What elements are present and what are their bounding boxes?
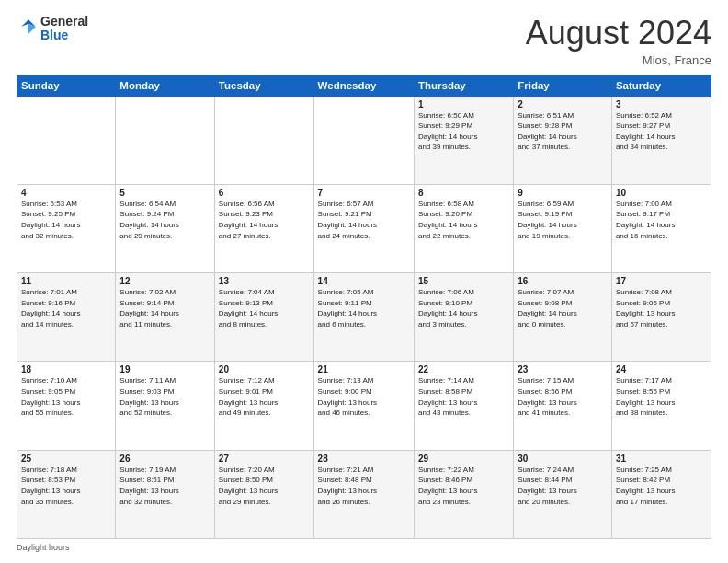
day-info: Sunrise: 6:54 AM Sunset: 9:24 PM Dayligh… <box>119 199 210 241</box>
day-cell: 2Sunrise: 6:51 AM Sunset: 9:28 PM Daylig… <box>514 96 612 184</box>
day-number: 16 <box>518 276 608 286</box>
day-cell: 5Sunrise: 6:54 AM Sunset: 9:24 PM Daylig… <box>116 184 215 272</box>
day-number: 5 <box>119 188 210 198</box>
day-info: Sunrise: 6:57 AM Sunset: 9:21 PM Dayligh… <box>318 199 410 241</box>
day-number: 17 <box>616 276 707 286</box>
day-info: Sunrise: 7:01 AM Sunset: 9:16 PM Dayligh… <box>21 287 111 329</box>
logo: General Blue <box>17 15 88 43</box>
day-info: Sunrise: 7:02 AM Sunset: 9:14 PM Dayligh… <box>119 287 210 329</box>
day-number: 1 <box>418 99 509 109</box>
header-thursday: Thursday <box>414 75 513 96</box>
day-number: 26 <box>119 454 210 464</box>
day-cell: 23Sunrise: 7:15 AM Sunset: 8:56 PM Dayli… <box>514 362 612 450</box>
logo-icon <box>18 17 39 37</box>
day-info: Sunrise: 7:00 AM Sunset: 9:17 PM Dayligh… <box>616 199 707 241</box>
day-number: 14 <box>318 276 410 286</box>
logo-blue: Blue <box>40 28 68 42</box>
day-number: 30 <box>518 454 608 464</box>
day-info: Sunrise: 7:18 AM Sunset: 8:53 PM Dayligh… <box>21 465 111 507</box>
day-info: Sunrise: 7:11 AM Sunset: 9:03 PM Dayligh… <box>119 375 210 418</box>
day-cell: 7Sunrise: 6:57 AM Sunset: 9:21 PM Daylig… <box>313 184 414 272</box>
day-cell: 16Sunrise: 7:07 AM Sunset: 9:08 PM Dayli… <box>514 273 612 362</box>
day-info: Sunrise: 7:17 AM Sunset: 8:55 PM Dayligh… <box>616 375 707 418</box>
day-number: 10 <box>616 188 707 198</box>
day-number: 11 <box>21 276 111 286</box>
day-number: 3 <box>616 99 707 109</box>
day-cell: 12Sunrise: 7:02 AM Sunset: 9:14 PM Dayli… <box>116 273 215 362</box>
day-info: Sunrise: 7:12 AM Sunset: 9:01 PM Dayligh… <box>219 375 310 418</box>
day-info: Sunrise: 7:07 AM Sunset: 9:08 PM Dayligh… <box>518 287 608 329</box>
header-wednesday: Wednesday <box>313 75 414 96</box>
day-cell: 26Sunrise: 7:19 AM Sunset: 8:51 PM Dayli… <box>116 450 215 538</box>
day-info: Sunrise: 7:21 AM Sunset: 8:48 PM Dayligh… <box>318 465 410 507</box>
calendar-body: 1Sunrise: 6:50 AM Sunset: 9:29 PM Daylig… <box>17 96 711 538</box>
day-cell <box>214 96 313 184</box>
day-info: Sunrise: 7:24 AM Sunset: 8:44 PM Dayligh… <box>518 465 608 507</box>
day-number: 22 <box>418 364 509 374</box>
day-cell: 10Sunrise: 7:00 AM Sunset: 9:17 PM Dayli… <box>611 184 711 272</box>
day-number: 2 <box>518 99 608 109</box>
day-info: Sunrise: 6:56 AM Sunset: 9:23 PM Dayligh… <box>219 199 310 241</box>
day-info: Sunrise: 7:13 AM Sunset: 9:00 PM Dayligh… <box>318 375 410 418</box>
day-info: Sunrise: 6:58 AM Sunset: 9:20 PM Dayligh… <box>418 199 509 241</box>
day-cell: 27Sunrise: 7:20 AM Sunset: 8:50 PM Dayli… <box>214 450 313 538</box>
footer-note: Daylight hours <box>17 543 711 552</box>
day-number: 15 <box>418 276 509 286</box>
day-info: Sunrise: 7:22 AM Sunset: 8:46 PM Dayligh… <box>418 465 509 507</box>
calendar-header: SundayMondayTuesdayWednesdayThursdayFrid… <box>17 75 711 96</box>
day-cell: 8Sunrise: 6:58 AM Sunset: 9:20 PM Daylig… <box>414 184 513 272</box>
day-cell: 17Sunrise: 7:08 AM Sunset: 9:06 PM Dayli… <box>611 273 711 362</box>
day-number: 28 <box>318 454 410 464</box>
day-cell: 1Sunrise: 6:50 AM Sunset: 9:29 PM Daylig… <box>414 96 513 184</box>
day-number: 31 <box>616 454 707 464</box>
day-info: Sunrise: 7:04 AM Sunset: 9:13 PM Dayligh… <box>219 287 310 329</box>
day-number: 6 <box>219 188 310 198</box>
week-row-1: 4Sunrise: 6:53 AM Sunset: 9:25 PM Daylig… <box>17 184 711 272</box>
week-row-2: 11Sunrise: 7:01 AM Sunset: 9:16 PM Dayli… <box>17 273 711 362</box>
day-number: 18 <box>21 364 111 374</box>
day-info: Sunrise: 6:59 AM Sunset: 9:19 PM Dayligh… <box>518 199 608 241</box>
day-number: 19 <box>119 364 210 374</box>
day-info: Sunrise: 7:10 AM Sunset: 9:05 PM Dayligh… <box>21 375 111 418</box>
day-number: 23 <box>518 364 608 374</box>
day-cell: 19Sunrise: 7:11 AM Sunset: 9:03 PM Dayli… <box>116 362 215 450</box>
day-number: 4 <box>21 188 111 198</box>
header-sunday: Sunday <box>17 75 116 96</box>
header-tuesday: Tuesday <box>214 75 313 96</box>
day-cell: 22Sunrise: 7:14 AM Sunset: 8:58 PM Dayli… <box>414 362 513 450</box>
day-number: 29 <box>418 454 509 464</box>
day-info: Sunrise: 7:20 AM Sunset: 8:50 PM Dayligh… <box>219 465 310 507</box>
day-number: 13 <box>219 276 310 286</box>
location: Mios, France <box>526 53 711 67</box>
day-cell: 29Sunrise: 7:22 AM Sunset: 8:46 PM Dayli… <box>414 450 513 538</box>
header: General Blue August 2024 Mios, France <box>17 15 711 67</box>
day-number: 25 <box>21 454 111 464</box>
day-number: 8 <box>418 188 509 198</box>
day-info: Sunrise: 7:05 AM Sunset: 9:11 PM Dayligh… <box>318 287 410 329</box>
month-title: August 2024 <box>526 15 711 52</box>
week-row-3: 18Sunrise: 7:10 AM Sunset: 9:05 PM Dayli… <box>17 362 711 450</box>
day-number: 21 <box>318 364 410 374</box>
header-saturday: Saturday <box>611 75 711 96</box>
header-monday: Monday <box>116 75 215 96</box>
logo-text: General Blue <box>40 15 88 43</box>
header-friday: Friday <box>514 75 612 96</box>
day-cell: 4Sunrise: 6:53 AM Sunset: 9:25 PM Daylig… <box>17 184 116 272</box>
logo-general: General <box>40 14 88 29</box>
day-cell: 28Sunrise: 7:21 AM Sunset: 8:48 PM Dayli… <box>313 450 414 538</box>
day-cell: 3Sunrise: 6:52 AM Sunset: 9:27 PM Daylig… <box>611 96 711 184</box>
svg-marker-1 <box>28 24 36 34</box>
day-cell: 30Sunrise: 7:24 AM Sunset: 8:44 PM Dayli… <box>514 450 612 538</box>
day-info: Sunrise: 7:15 AM Sunset: 8:56 PM Dayligh… <box>518 375 608 418</box>
day-info: Sunrise: 7:19 AM Sunset: 8:51 PM Dayligh… <box>119 465 210 507</box>
day-number: 12 <box>119 276 210 286</box>
day-info: Sunrise: 6:53 AM Sunset: 9:25 PM Dayligh… <box>21 199 111 241</box>
day-info: Sunrise: 6:51 AM Sunset: 9:28 PM Dayligh… <box>518 110 608 153</box>
day-cell: 9Sunrise: 6:59 AM Sunset: 9:19 PM Daylig… <box>514 184 612 272</box>
calendar: SundayMondayTuesdayWednesdayThursdayFrid… <box>17 75 711 539</box>
day-cell: 31Sunrise: 7:25 AM Sunset: 8:42 PM Dayli… <box>611 450 711 538</box>
week-row-0: 1Sunrise: 6:50 AM Sunset: 9:29 PM Daylig… <box>17 96 711 184</box>
day-cell: 20Sunrise: 7:12 AM Sunset: 9:01 PM Dayli… <box>214 362 313 450</box>
day-cell: 25Sunrise: 7:18 AM Sunset: 8:53 PM Dayli… <box>17 450 116 538</box>
day-cell: 14Sunrise: 7:05 AM Sunset: 9:11 PM Dayli… <box>313 273 414 362</box>
